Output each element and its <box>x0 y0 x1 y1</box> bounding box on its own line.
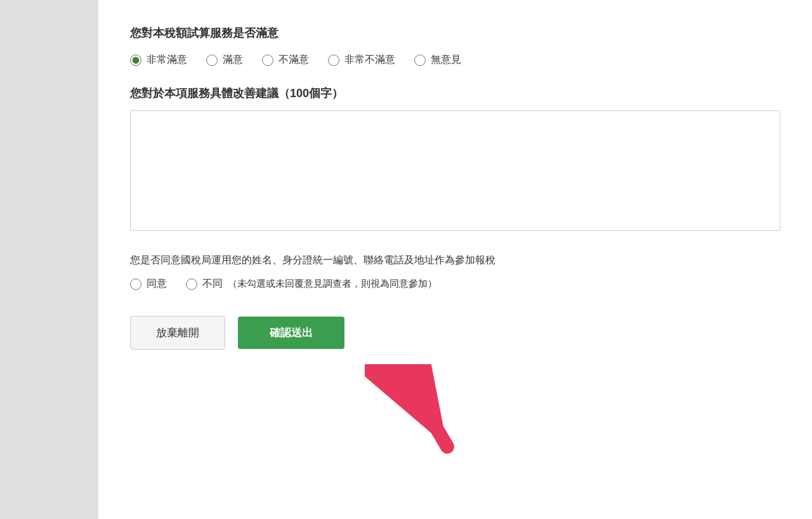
cancel-button[interactable]: 放棄離開 <box>130 316 225 350</box>
radio-no-opinion-input[interactable] <box>414 55 426 66</box>
suggestion-section: 您對於本項服務具體改善建議（100個字） <box>130 86 780 233</box>
consent-section: 您是否同意國稅局運用您的姓名、身分證統一編號、聯絡電話及地址作為參加報稅 同意 … <box>130 253 780 291</box>
radio-no-opinion-label: 無意見 <box>431 53 461 67</box>
satisfaction-radio-group: 非常滿意 滿意 不滿意 非常不滿意 無意見 <box>130 53 780 67</box>
radio-agree-input[interactable] <box>130 279 141 290</box>
radio-no-opinion[interactable]: 無意見 <box>414 53 461 67</box>
consent-radio-group: 同意 不同 （未勾選或未回覆意見調查者，則視為同意參加） <box>130 277 780 291</box>
radio-very-satisfied-input[interactable] <box>130 55 141 66</box>
submit-button[interactable]: 確認送出 <box>238 317 344 349</box>
satisfaction-section: 您對本稅額試算服務是否滿意 非常滿意 滿意 不滿意 非常不滿意 無意見 <box>130 25 780 67</box>
radio-very-dissatisfied-label: 非常不滿意 <box>344 53 395 67</box>
radio-satisfied-label: 滿意 <box>223 53 243 67</box>
radio-very-satisfied-label: 非常滿意 <box>147 53 187 67</box>
radio-satisfied-input[interactable] <box>206 55 218 66</box>
suggestion-title: 您對於本項服務具體改善建議（100個字） <box>130 86 780 101</box>
radio-disagree-input[interactable] <box>186 279 197 290</box>
radio-agree[interactable]: 同意 <box>130 277 167 291</box>
suggestion-textarea[interactable] <box>130 110 780 231</box>
consent-note: （未勾選或未回覆意見調查者，則視為同意參加） <box>228 278 437 290</box>
consent-title: 您是否同意國稅局運用您的姓名、身分證統一編號、聯絡電話及地址作為參加報稅 <box>130 253 780 268</box>
radio-very-satisfied[interactable]: 非常滿意 <box>130 53 187 67</box>
radio-dissatisfied-label: 不滿意 <box>278 53 309 67</box>
svg-line-1 <box>403 371 447 447</box>
radio-dissatisfied-input[interactable] <box>262 55 273 66</box>
radio-very-dissatisfied-input[interactable] <box>328 55 339 66</box>
radio-agree-label: 同意 <box>147 277 167 291</box>
consent-title-text: 您是否同意國稅局運用您的姓名、身分證統一編號、聯絡電話及地址作為參加報稅 <box>130 254 495 265</box>
radio-satisfied[interactable]: 滿意 <box>206 53 243 67</box>
radio-disagree[interactable]: 不同 （未勾選或未回覆意見調查者，則視為同意參加） <box>186 277 437 291</box>
sidebar <box>0 0 98 519</box>
button-row: 放棄離開 確認送出 <box>130 316 780 350</box>
radio-dissatisfied[interactable]: 不滿意 <box>262 53 309 67</box>
satisfaction-title: 您對本稅額試算服務是否滿意 <box>130 25 780 41</box>
main-content: 您對本稅額試算服務是否滿意 非常滿意 滿意 不滿意 非常不滿意 無意見 <box>98 0 812 519</box>
radio-disagree-label: 不同 <box>202 277 223 291</box>
arrow-annotation <box>365 364 492 481</box>
radio-very-dissatisfied[interactable]: 非常不滿意 <box>328 53 395 67</box>
